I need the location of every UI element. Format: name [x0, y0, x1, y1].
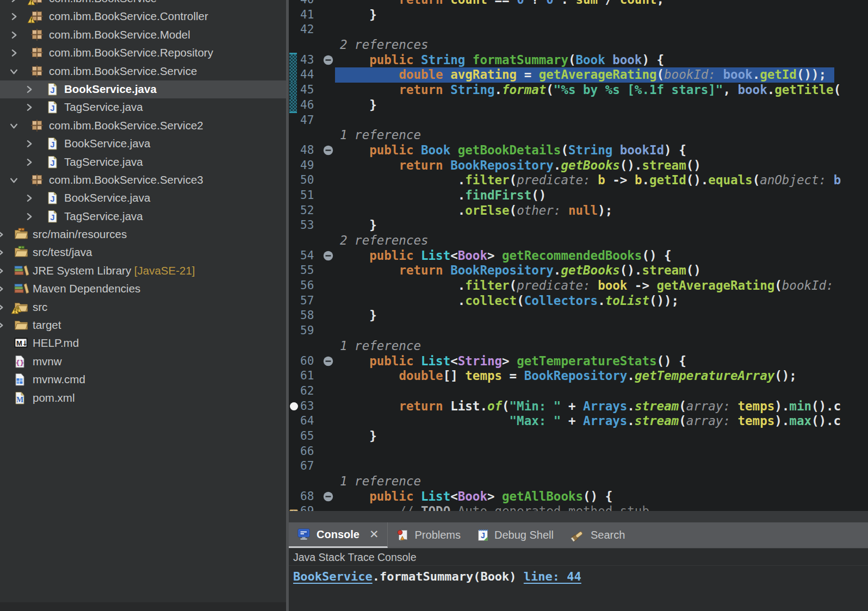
- reference-count-annotation[interactable]: 1 reference: [340, 339, 421, 353]
- tree-item-bookservice-java[interactable]: JBookService.java: [0, 135, 286, 153]
- code-text[interactable]: .filter(predicate: b -> b.getId().equals…: [335, 173, 868, 188]
- chevron-down-icon[interactable]: [10, 67, 18, 76]
- code-annotation-row[interactable]: 1 reference: [289, 339, 868, 354]
- gutter-ruler[interactable]: [289, 339, 299, 354]
- code-text[interactable]: public String formatSummary(Book book) {: [335, 53, 868, 68]
- code-text[interactable]: 2 references: [335, 38, 868, 53]
- code-line-61[interactable]: 61 double[] temps = BookRepository.getTe…: [289, 369, 868, 384]
- code-line-63[interactable]: 63 return List.of("Min: " + Arrays.strea…: [289, 399, 868, 414]
- gutter-ruler[interactable]: [289, 459, 299, 474]
- gutter-ruler[interactable]: [289, 38, 299, 53]
- code-text[interactable]: public List<Book> getRecommendedBooks() …: [335, 248, 868, 264]
- code-text[interactable]: public List<String> getTemperatureStats(…: [335, 354, 868, 369]
- code-line-64[interactable]: 64 "Max: " + Arrays.stream(array: temps)…: [289, 414, 868, 429]
- fold-collapse-icon[interactable]: [321, 248, 335, 264]
- code-text[interactable]: // TODO Auto-generated method stub: [335, 504, 868, 511]
- chevron-right-icon[interactable]: [25, 158, 34, 167]
- code-annotation-row[interactable]: 1 reference: [289, 474, 868, 489]
- code-text[interactable]: [335, 444, 868, 459]
- code-line-59[interactable]: 59: [289, 323, 868, 339]
- code-text[interactable]: }: [335, 98, 868, 113]
- gutter-ruler[interactable]: [289, 158, 299, 173]
- chevron-down-icon[interactable]: [10, 176, 18, 185]
- tree-item-mvnw-cmd[interactable]: mvnw.cmd: [0, 371, 286, 389]
- gutter-ruler[interactable]: [289, 218, 299, 233]
- code-line-58[interactable]: 58 }: [289, 308, 868, 323]
- gutter-ruler[interactable]: [289, 294, 299, 309]
- tree-item-jre-system-library[interactable]: JRE System Library [JavaSE-21]: [0, 262, 286, 280]
- tree-item-help-md[interactable]: M↓HELP.md: [0, 334, 286, 352]
- code-text[interactable]: public List<Book> getAllBooks() {: [335, 489, 868, 504]
- fold-collapse-icon[interactable]: [321, 354, 335, 369]
- code-annotation-row[interactable]: 2 references: [289, 38, 868, 53]
- reference-count-annotation[interactable]: 2 references: [340, 38, 429, 52]
- code-editor[interactable]: 40 return count == 0 ? 0 : sum / count;4…: [289, 0, 868, 511]
- reference-count-annotation[interactable]: 1 reference: [340, 128, 421, 142]
- chevron-right-icon[interactable]: [25, 194, 34, 203]
- gutter-ruler[interactable]: [289, 248, 299, 264]
- gutter-ruler[interactable]: [289, 128, 299, 143]
- code-line-47[interactable]: 47: [289, 113, 868, 128]
- gutter-ruler[interactable]: [289, 173, 299, 188]
- code-text[interactable]: .filter(predicate: book -> getAverageRat…: [335, 278, 868, 294]
- code-text[interactable]: 1 reference: [335, 474, 868, 489]
- code-line-62[interactable]: 62: [289, 384, 868, 399]
- chevron-right-icon[interactable]: [0, 267, 5, 276]
- close-icon[interactable]: ✕: [369, 528, 379, 541]
- code-line-56[interactable]: 56 .filter(predicate: book -> getAverage…: [289, 278, 868, 294]
- chevron-right-icon[interactable]: [25, 103, 34, 112]
- chevron-right-icon[interactable]: [10, 13, 18, 21]
- gutter-ruler[interactable]: [289, 504, 299, 511]
- chevron-right-icon[interactable]: [0, 321, 5, 330]
- code-annotation-row[interactable]: 2 references: [289, 233, 868, 248]
- gutter-ruler[interactable]: [289, 263, 299, 278]
- tab-console[interactable]: Console✕: [289, 522, 388, 548]
- tree-item-mvnw[interactable]: {}mvnw: [0, 353, 286, 371]
- gutter-ruler[interactable]: [289, 113, 299, 128]
- gutter-ruler[interactable]: [289, 203, 299, 219]
- tree-item-com-ibm-bookservice-model[interactable]: com.ibm.BookService.Model: [0, 26, 286, 44]
- code-text[interactable]: return BookRepository.getBooks().stream(…: [335, 158, 868, 173]
- code-line-40[interactable]: 40 return count == 0 ? 0 : sum / count;: [289, 0, 868, 8]
- tree-item-bookservice-java[interactable]: JBookService.java: [0, 189, 286, 207]
- gutter-ruler[interactable]: [289, 489, 299, 504]
- code-line-66[interactable]: 66: [289, 444, 868, 459]
- tree-item-tagservice-java[interactable]: JTagService.java: [0, 98, 286, 116]
- code-line-65[interactable]: 65 }: [289, 429, 868, 444]
- code-line-50[interactable]: 50 .filter(predicate: b -> b.getId().equ…: [289, 173, 868, 188]
- code-text[interactable]: 1 reference: [335, 339, 868, 354]
- gutter-ruler[interactable]: [289, 67, 299, 83]
- code-line-42[interactable]: 42: [289, 22, 868, 38]
- code-text[interactable]: .findFirst(): [335, 188, 868, 203]
- breakpoint-icon[interactable]: [290, 402, 298, 410]
- code-line-53[interactable]: 53 }: [289, 218, 868, 233]
- tree-item-com-ibm-bookservice-controller[interactable]: com.ibm.BookService.Controller: [0, 8, 286, 26]
- tree-item-com-ibm-bookservice-service3[interactable]: com.ibm.BookService.Service3: [0, 171, 286, 189]
- tab-search[interactable]: Search: [562, 522, 633, 548]
- chevron-right-icon[interactable]: [0, 303, 5, 312]
- stack-trace-class-link[interactable]: BookService: [293, 570, 373, 583]
- chevron-right-icon[interactable]: [0, 230, 5, 239]
- gutter-ruler[interactable]: [289, 369, 299, 384]
- code-line-49[interactable]: 49 return BookRepository.getBooks().stre…: [289, 158, 868, 173]
- chevron-down-icon[interactable]: [10, 122, 18, 130]
- code-line-48[interactable]: 48 public Book getBookDetails(String boo…: [289, 143, 868, 158]
- tree-item-com-ibm-bookservice-service[interactable]: com.ibm.BookService.Service: [0, 63, 286, 80]
- code-line-44[interactable]: 44 double avgRating = getAverageRating(b…: [289, 67, 868, 83]
- gutter-ruler[interactable]: [289, 98, 299, 113]
- code-line-51[interactable]: 51 .findFirst(): [289, 188, 868, 203]
- stack-trace-line-link[interactable]: line: 44: [524, 570, 581, 583]
- gutter-ruler[interactable]: [289, 323, 299, 339]
- chevron-right-icon[interactable]: [10, 0, 18, 3]
- gutter-ruler[interactable]: [289, 53, 299, 68]
- code-line-55[interactable]: 55 return BookRepository.getBooks().stre…: [289, 263, 868, 278]
- code-text[interactable]: [335, 384, 868, 399]
- fold-collapse-icon[interactable]: [321, 143, 335, 158]
- chevron-right-icon[interactable]: [0, 285, 5, 294]
- code-line-60[interactable]: 60 public List<String> getTemperatureSta…: [289, 354, 868, 369]
- tab-problems[interactable]: Problems: [388, 522, 469, 548]
- tree-item-src[interactable]: src: [0, 298, 286, 316]
- code-text[interactable]: 2 references: [335, 233, 868, 248]
- chevron-right-icon[interactable]: [10, 49, 18, 58]
- code-line-57[interactable]: 57 .collect(Collectors.toList());: [289, 294, 868, 309]
